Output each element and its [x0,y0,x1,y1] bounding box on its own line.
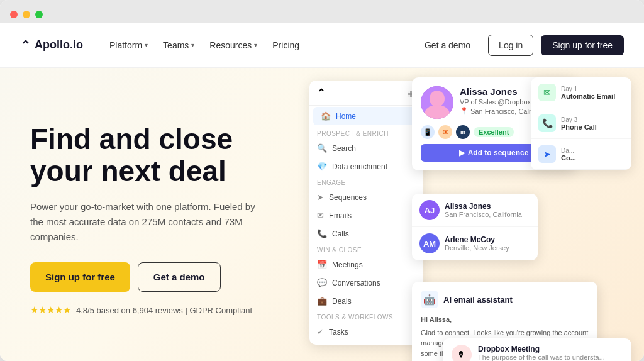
main-content: Find and close your next deal Power your… [0,68,644,361]
meeting-record-icon: 🎙 [452,345,472,361]
traffic-light-green[interactable] [35,11,43,18]
email-badge-icon: ✉ [438,125,452,139]
sequence-step-info: Day 1 Automatic Email [561,86,615,100]
meeting-title: Dropbox Meeting [478,345,623,353]
phone-badge-icon: 📱 [421,125,435,139]
sidebar-item-conversations[interactable]: 💬 Conversations [309,274,423,292]
sidebar-section-prospect: Prospect & enrich [309,126,423,139]
sequence-step: ✉ Day 1 Automatic Email [531,77,631,108]
logo[interactable]: ⌃ Apollo.io [20,38,83,53]
hero-demo-button[interactable]: Get a demo [138,262,221,292]
meetings-icon: 📅 [317,260,327,269]
meeting-notification-card: 🎙 Dropbox Meeting The purpose of the cal… [443,338,631,361]
sidebar-item-plays[interactable]: ⚡ Plays [309,341,423,345]
conversations-icon: 💬 [317,278,327,287]
sidebar-item-emails[interactable]: ✉ Emails [309,206,423,225]
sidebar-logo-icon: ⌃ [317,87,325,99]
sidebar-home-label: Home [336,112,356,121]
sidebar-item-deals[interactable]: 💼 Deals [309,292,423,310]
person-info: Alissa Jones San Francisco, California [445,202,522,218]
home-icon: 🏠 [321,111,331,121]
sidebar-section-win: Win & close [309,243,423,255]
avatar: AM [419,233,440,253]
hero-buttons: Sign up for free Get a demo [30,262,259,292]
linkedin-badge-icon: in [456,125,470,139]
search-icon: 🔍 [317,143,327,153]
ai-email-header: 🤖 AI email assistant [421,291,589,308]
email-step-icon: ✉ [538,84,556,101]
hero-title: Find and close your next deal [30,123,259,187]
apollo-sidebar: ⌃ ▦ 🏠 Home Prospect & enrich 🔍 Search 💎 … [309,81,423,345]
sequence-step-info: Da... Co... [561,147,576,162]
sidebar-item-search[interactable]: 🔍 Search [309,139,423,157]
sequence-card: ✉ Day 1 Automatic Email 📞 Day 3 Phone Ca… [531,77,631,170]
meeting-subtitle: The purpose of the call was to understa.… [478,353,623,361]
add-icon: ▶ [459,148,465,157]
person-location: San Francisco, California [445,211,522,218]
traffic-light-red[interactable] [10,11,18,18]
avatar [421,86,453,119]
meeting-info: Dropbox Meeting The purpose of the call … [478,345,623,361]
emails-icon: ✉ [317,211,324,220]
sidebar-item-calls[interactable]: 📞 Calls [309,225,423,243]
location-icon: 📍 [460,107,469,115]
login-button[interactable]: Log in [488,35,533,56]
nav-resources[interactable]: Resources ▾ [203,36,264,54]
hero-signup-button[interactable]: Sign up for free [30,262,130,292]
rating-text: 4.8/5 based on 6,904 reviews | GDPR Comp… [76,306,252,315]
person-location: Denville, New Jersey [445,244,509,252]
sidebar-header: ⌃ ▦ [309,81,423,106]
data-enrichment-icon: 💎 [317,162,327,171]
person-name: Alissa Jones [445,202,522,211]
browser-chrome [0,0,644,23]
nav-platform[interactable]: Platform ▾ [103,36,154,54]
list-item[interactable]: AJ Alissa Jones San Francisco, Californi… [412,194,538,227]
sidebar-section-engage: Engage [309,175,423,188]
navbar: ⌃ Apollo.io Platform ▾ Teams ▾ Resources… [0,23,644,68]
excellent-badge: Excellent [474,127,514,137]
list-item[interactable]: AM Arlene McCoy Denville, New Jersey [412,227,538,260]
sequences-icon: ➤ [317,192,324,202]
signup-button[interactable]: Sign up for free [541,35,624,55]
hero-subtitle: Power your go-to-market with one platfor… [30,199,259,245]
hero-section: Find and close your next deal Power your… [0,68,289,361]
deals-icon: 💼 [317,296,327,306]
nav-right: Get a demo Log in Sign up for free [414,35,624,56]
nav-pricing[interactable]: Pricing [266,36,306,54]
ai-email-greeting: Hi Alissa, [421,314,589,325]
nav-teams[interactable]: Teams ▾ [157,36,201,54]
calls-icon: 📞 [317,229,327,238]
nav-links: Platform ▾ Teams ▾ Resources ▾ Pricing [103,36,399,54]
sidebar-item-meetings[interactable]: 📅 Meetings [309,255,423,274]
get-demo-button[interactable]: Get a demo [414,35,480,55]
people-list: AJ Alissa Jones San Francisco, Californi… [412,194,538,260]
sequence-step: ➤ Da... Co... [531,139,631,170]
hero-rating: ★★★★★ 4.8/5 based on 6,904 reviews | GDP… [30,304,259,316]
sequence-step: 📞 Day 3 Phone Call [531,108,631,139]
person-info: Arlene McCoy Denville, New Jersey [445,235,509,252]
browser-window: ⌃ Apollo.io Platform ▾ Teams ▾ Resources… [0,0,644,361]
sidebar-item-tasks[interactable]: ✓ Tasks [309,323,423,341]
chevron-down-icon: ▾ [145,42,148,48]
chevron-down-icon: ▾ [254,42,257,48]
chevron-down-icon: ▾ [191,42,194,48]
ai-email-title: AI email assistant [443,295,513,304]
sidebar-item-home[interactable]: 🏠 Home [313,107,419,125]
avatar: AJ [419,200,440,220]
person-name: Arlene McCoy [445,235,509,244]
ai-assistant-icon: 🤖 [421,291,438,308]
tasks-icon: ✓ [317,327,324,336]
logo-icon: ⌃ [20,38,31,53]
phone-step-icon: 📞 [538,114,556,132]
sidebar-item-sequences[interactable]: ➤ Sequences [309,188,423,206]
svg-point-2 [430,91,445,107]
logo-text: Apollo.io [35,38,83,52]
sidebar-section-tools: Tools & workflows [309,310,423,323]
sequence-step-info: Day 3 Phone Call [561,116,597,131]
star-rating: ★★★★★ [30,304,71,316]
right-panel: ⌃ ▦ 🏠 Home Prospect & enrich 🔍 Search 💎 … [289,68,644,361]
other-step-icon: ➤ [538,145,556,163]
traffic-light-yellow[interactable] [23,11,30,18]
sidebar-item-enrichment[interactable]: 💎 Data enrichment [309,157,423,175]
